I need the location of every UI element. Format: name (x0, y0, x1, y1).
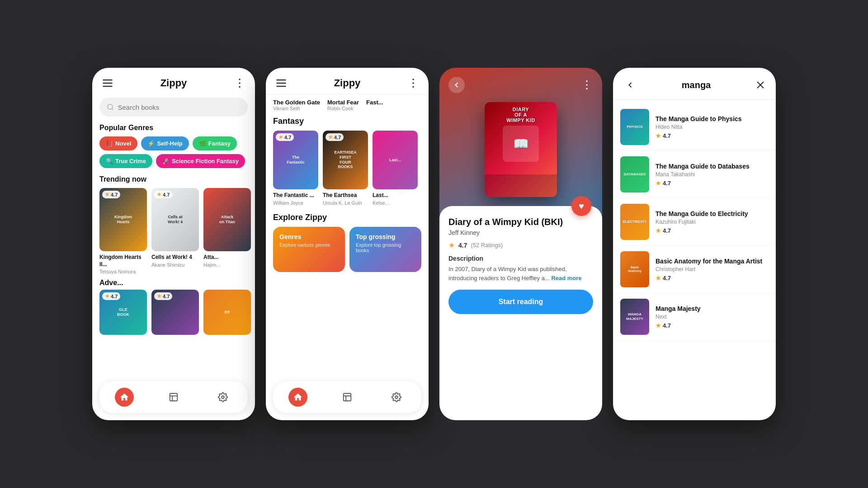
svg-point-24 (586, 88, 588, 89)
manga-book-list: PHYSICS The Manga Guide to Physics Hideo… (613, 100, 776, 420)
start-reading-button[interactable]: Start reading (448, 290, 593, 314)
star-icon: ★ (656, 322, 661, 329)
list-item[interactable]: PHYSICS The Manga Guide to Physics Hideo… (613, 103, 776, 151)
genres-card[interactable]: Genres Explore variuos genres (273, 227, 345, 272)
list-item[interactable]: ELECTRICITY The Manga Guide to Electrici… (613, 198, 776, 246)
nav-home-button[interactable] (115, 388, 134, 407)
list-item[interactable]: ★4.7 KingdomHearts Kingdom Hearts II... … (99, 188, 147, 274)
list-item[interactable]: ★4.7 EARTHSEAFIRST FOURBOOKS The Earthse… (323, 131, 368, 206)
book-author: Kazuhiro Fujitaki (656, 219, 769, 225)
close-icon[interactable] (754, 79, 767, 91)
nav-home-button[interactable] (288, 388, 307, 407)
top-grossing-card[interactable]: Top grossing Explore top grossing books (349, 227, 421, 272)
adventures-row: ★4.7 GLEBOOK ★4.7 EP (92, 290, 255, 335)
list-item[interactable]: Mortal Fear Robin Cook (327, 99, 359, 111)
book-author: Robin Cook (327, 106, 359, 111)
book-title: Last... (373, 192, 418, 199)
book-author: Hajim... (203, 262, 251, 267)
book-title: The Manga Guide to Databases (656, 163, 769, 170)
search-input[interactable] (118, 103, 241, 111)
phone3-book-area: DIARYof aWimpy Kid 📖 (439, 98, 602, 206)
list-item[interactable]: ★4.7 (151, 290, 199, 335)
list-item[interactable]: ★4.7 The Fantastic The Fantastic ... Wil… (273, 131, 318, 206)
list-item[interactable]: Fast... (366, 99, 383, 111)
rating-row: ★ 4.7 (656, 132, 769, 139)
book-author: Ursula K. Le Guin (323, 200, 368, 206)
search-bar[interactable] (99, 98, 248, 117)
book-title: The Golden Gate (273, 99, 320, 106)
book-info: The Manga Guide to Electricity Kazuhiro … (656, 210, 769, 234)
book-thumbnail: ELECTRICITY (620, 204, 649, 240)
book-author: Mana Takahashi (656, 171, 769, 178)
rating-badge: ★4.7 (102, 292, 120, 300)
book-author: Next (656, 314, 769, 320)
read-more-link[interactable]: Read more (551, 275, 581, 282)
rating-value: 4.7 (663, 132, 671, 139)
more-options-icon[interactable] (580, 79, 593, 91)
book-title: Basic Anatomy for the Manga Artist (656, 258, 769, 265)
genre-tag-scifi[interactable]: 🚀Science Fiction Fantasy (156, 154, 245, 168)
rating-row: ★ 4.7 (656, 180, 769, 187)
nav-settings-button[interactable] (213, 388, 232, 407)
book-author: Akane Shimizu (151, 262, 199, 267)
book-info: Manga Majesty Next ★ 4.7 (656, 305, 769, 329)
book-author: William Joyce (273, 200, 318, 206)
svg-point-22 (586, 80, 588, 82)
phone1-header: Zippy (92, 68, 255, 94)
search-icon (107, 103, 114, 111)
genre-tag-fantasy[interactable]: 🌿Fantasy (193, 136, 237, 150)
genre-tag-novel[interactable]: 📕Novel (99, 136, 137, 150)
book-info: The Manga Guide to Databases Mana Takaha… (656, 163, 769, 187)
book-author: Kelse... (373, 200, 418, 206)
book-info: The Manga Guide to Physics Hideo Nitta ★… (656, 115, 769, 139)
more-options-icon[interactable] (407, 77, 420, 89)
book-detail-title: Diary of a Wimpy Kid (BKI) (448, 217, 593, 227)
explore-title: Explore Zippy (273, 213, 421, 222)
nav-list-button[interactable] (164, 388, 183, 407)
rating-row: ★ 4.7 (656, 322, 769, 329)
more-options-icon[interactable] (233, 77, 246, 89)
favorite-button[interactable]: ♥ (571, 196, 591, 216)
list-item[interactable]: DATABASES The Manga Guide to Databases M… (613, 151, 776, 198)
description-label: Description (448, 255, 593, 262)
list-item[interactable]: EP (203, 290, 251, 335)
list-item[interactable]: Attackon Titan Atta... Hajim... (203, 188, 251, 274)
explore-section: Explore Zippy Genres Explore variuos gen… (273, 213, 421, 272)
list-item[interactable]: ★4.7 GLEBOOK (99, 290, 147, 335)
phone4-header: manga (613, 68, 776, 100)
svg-point-5 (239, 86, 241, 88)
description-text: In 2007, Diary of a Wimpy Kid was publis… (448, 265, 593, 282)
phone-4: manga PHYSICS The Manga Guide to Physics… (613, 68, 776, 420)
svg-point-4 (239, 82, 241, 84)
phone2-header: Zippy (266, 68, 429, 94)
book-author: Hideo Nitta (656, 124, 769, 130)
list-item[interactable]: BasicAnatomy Basic Anatomy for the Manga… (613, 246, 776, 293)
genre-tag-selfhelp[interactable]: ⚡Self-Help (141, 136, 189, 150)
genre-tag-truecrime[interactable]: 🔍True Crime (99, 154, 152, 168)
nav-list-button[interactable] (338, 388, 357, 407)
popular-genres-title: Popular Genres (92, 124, 255, 136)
list-item[interactable]: The Golden Gate Vikram Seth (273, 99, 320, 111)
book-author: Tetsuya Nomura (99, 269, 147, 274)
adventures-label: Adve... (92, 274, 255, 290)
hamburger-icon[interactable] (275, 77, 288, 89)
svg-point-16 (412, 82, 414, 84)
list-item[interactable]: ★4.7 Cells atWork! 4 Cells at Work! 4 Ak… (151, 188, 199, 274)
trending-title: Trending now (92, 175, 255, 188)
phone1-app-title: Zippy (160, 77, 187, 89)
star-icon: ★ (656, 132, 661, 139)
bottom-nav (273, 381, 421, 413)
book-title: The Manga Guide to Electricity (656, 210, 769, 217)
back-button[interactable] (622, 77, 638, 93)
list-item[interactable]: MANGAMAJESTY Manga Majesty Next ★ 4.7 (613, 293, 776, 341)
svg-point-11 (222, 396, 225, 399)
hamburger-icon[interactable] (101, 77, 114, 89)
star-icon: ★ (656, 227, 661, 234)
nav-settings-button[interactable] (387, 388, 406, 407)
back-button[interactable] (448, 77, 465, 93)
list-item[interactable]: Last... Last... Kelse... (373, 131, 418, 206)
rating-badge: ★4.7 (154, 191, 172, 198)
top-grossing-card-title: Top grossing (356, 233, 415, 240)
book-title: The Fantastic ... (273, 192, 318, 199)
book-author: Vikram Seth (273, 106, 320, 111)
